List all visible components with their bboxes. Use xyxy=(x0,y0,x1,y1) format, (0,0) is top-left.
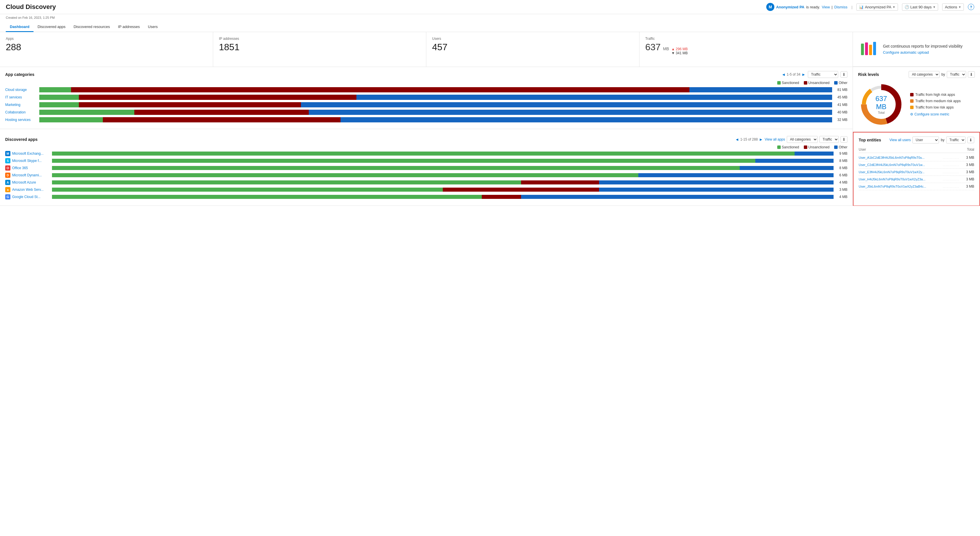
download-disc-btn[interactable]: ⬇ xyxy=(840,136,848,143)
disc-traffic-select[interactable]: Traffic xyxy=(819,136,839,143)
disc-category-select[interactable]: All categories xyxy=(787,136,818,143)
category-label[interactable]: Hosting services xyxy=(5,118,37,122)
tab-ip-addresses[interactable]: IP addresses xyxy=(114,22,144,32)
entity-type-select[interactable]: User IP address xyxy=(912,136,939,143)
traffic-upload: ▲ 296 MB xyxy=(671,47,688,51)
entity-row: User_H4iJ5kL6mN7oP8qR9sT0uV1wX2yZ3a... .… xyxy=(859,176,974,183)
category-row: IT services 45 MB xyxy=(5,95,848,100)
actions-button[interactable]: Actions ▼ xyxy=(942,3,964,11)
disc-pagination: ◄ 1-15 of 288 ► xyxy=(735,137,763,142)
view-all-apps-link[interactable]: View all apps xyxy=(765,137,785,141)
risk-category-select[interactable]: All categories xyxy=(908,71,940,78)
download-entities-btn[interactable]: ⬇ xyxy=(967,137,974,143)
entity-row: User_C2dE3fH4iJ5kL6mN7oP8qR9sT0uV1w... .… xyxy=(859,161,974,168)
disc-prev-btn[interactable]: ◄ xyxy=(735,137,739,142)
entity-name[interactable]: User_C2dE3fH4iJ5kL6mN7oP8qR9sT0uV1w... xyxy=(859,163,942,167)
risk-levels-section: Risk levels All categories by Traffic ⬇ xyxy=(853,67,980,132)
stats-row: Apps 288 IP addresses 1851 Users 457 Tra… xyxy=(0,32,853,67)
download-risk-btn[interactable]: ⬇ xyxy=(968,71,975,78)
disc-pagination-text: 1-15 of 288 xyxy=(740,137,758,141)
stat-ip-label: IP addresses xyxy=(219,36,420,41)
bar-blue xyxy=(301,102,832,107)
category-bar xyxy=(39,117,832,122)
app-name[interactable]: Microsoft Dynami... xyxy=(12,173,50,177)
stat-traffic: Traffic 637 MB ▲ 296 MB ▼ 341 MB xyxy=(640,32,853,67)
alert-icon: M xyxy=(766,3,774,11)
list-item: S Microsoft Skype f... 8 MB xyxy=(5,158,848,163)
download-categories-btn[interactable]: ⬇ xyxy=(840,71,848,78)
help-button[interactable]: ? xyxy=(968,4,974,10)
svg-rect-0 xyxy=(861,44,864,55)
disc-legend-sanctioned-dot xyxy=(777,146,781,149)
app-name[interactable]: Office 365 xyxy=(12,166,50,170)
prev-btn[interactable]: ◄ xyxy=(781,72,786,77)
entity-name[interactable]: User_J5kL6mN7oP8qR9sT0uV1wX2yZ3aB4c... xyxy=(859,185,942,188)
app-categories-section: App categories ◄ 1-5 of 34 ► Traffic Use… xyxy=(0,67,853,129)
entity-name[interactable]: User_E3fH4iJ5kL6mN7oP8qR9sT0uV1wX2y... xyxy=(859,170,942,174)
time-range-selector[interactable]: 🕐 Last 90 days ▼ xyxy=(902,3,939,11)
data-source-selector[interactable]: 📊 Anonymized PA ▼ xyxy=(856,3,898,11)
category-label[interactable]: IT services xyxy=(5,95,37,99)
app-value: 4 MB xyxy=(836,181,848,184)
promo-link[interactable]: Configure automatic upload xyxy=(883,50,929,55)
entity-value: 3 MB xyxy=(960,184,974,189)
disc-legend-unsanctioned-label: Unsanctioned xyxy=(808,145,829,149)
svg-rect-1 xyxy=(865,43,868,55)
promo-section: Get continuous reports for improved visi… xyxy=(853,32,980,67)
category-label[interactable]: Collaboration xyxy=(5,110,37,114)
disc-legend-other-dot xyxy=(834,146,838,149)
entities-table: User Total User_A1bC2dE3fH4iJ5kL6mN7oP8q… xyxy=(859,146,974,190)
risk-traffic-select[interactable]: Traffic xyxy=(947,71,966,78)
donut-chart: 637 MB Total xyxy=(858,81,904,128)
configure-score-link[interactable]: ⚙ Configure score metric xyxy=(910,112,961,116)
app-name[interactable]: Microsoft Skype f... xyxy=(12,159,50,163)
bar-blue xyxy=(340,117,832,122)
risk-levels-title: Risk levels xyxy=(858,72,879,77)
tab-dashboard[interactable]: Dashboard xyxy=(6,22,33,32)
app-value: 6 MB xyxy=(836,173,848,177)
category-sort-select[interactable]: Traffic Users IP addresses xyxy=(808,71,838,78)
entity-dots: ............ xyxy=(942,178,960,181)
entity-dots: ............ xyxy=(942,171,960,174)
category-label[interactable]: Cloud storage xyxy=(5,88,37,92)
disc-legend-sanctioned-label: Sanctioned xyxy=(782,145,799,149)
next-btn[interactable]: ► xyxy=(802,72,805,77)
discovered-apps-controls: ◄ 1-15 of 288 ► View all apps All catego… xyxy=(735,136,848,143)
app-icon: M xyxy=(5,151,10,156)
app-bar-blue xyxy=(755,159,834,163)
list-item: A Microsoft Azure 4 MB xyxy=(5,180,848,185)
disc-legend: Sanctioned Unsanctioned Other xyxy=(5,145,848,149)
app-icon: S xyxy=(5,158,10,163)
alert-name: Anonymized PA xyxy=(776,5,804,9)
app-name[interactable]: Amazon Web Serv... xyxy=(12,188,50,192)
legend-sanctioned: Sanctioned xyxy=(777,81,799,85)
tab-users[interactable]: Users xyxy=(144,22,162,32)
bar-green xyxy=(39,117,103,122)
app-bar-blue xyxy=(638,173,834,177)
app-value: 4 MB xyxy=(836,195,848,199)
tab-discovered-resources[interactable]: Discovered resources xyxy=(70,22,114,32)
nav-tabs: Dashboard Discovered apps Discovered res… xyxy=(0,19,980,32)
disc-next-btn[interactable]: ► xyxy=(759,137,763,142)
entity-name[interactable]: User_H4iJ5kL6mN7oP8qR9sT0uV1wX2yZ3a... xyxy=(859,178,942,181)
alert-view-link[interactable]: View xyxy=(822,5,830,9)
app-name[interactable]: Google Cloud St... xyxy=(12,195,50,199)
alert-dismiss-link[interactable]: Dismiss xyxy=(834,5,848,9)
legend-unsanctioned-label: Unsanctioned xyxy=(808,81,829,85)
svg-rect-3 xyxy=(873,42,876,55)
view-all-users-link[interactable]: View all users xyxy=(889,138,911,142)
risk-low-label: Traffic from low risk apps xyxy=(915,105,954,109)
app-categories-title: App categories xyxy=(5,72,34,77)
entity-traffic-select[interactable]: Traffic xyxy=(946,136,966,143)
risk-high-dot xyxy=(910,93,913,97)
tab-discovered-apps[interactable]: Discovered apps xyxy=(33,22,70,32)
app-name[interactable]: Microsoft Exchang... xyxy=(12,152,50,155)
bar-blue xyxy=(356,95,832,100)
actions-label: Actions xyxy=(945,5,957,9)
entity-name[interactable]: User_A1bC2dE3fH4iJ5kL6mN7oP8qR9sT0u... xyxy=(859,156,942,159)
category-label[interactable]: Marketing xyxy=(5,103,37,107)
app-bar-green xyxy=(52,195,482,199)
donut-label: Total xyxy=(870,111,893,114)
app-name[interactable]: Microsoft Azure xyxy=(12,181,50,184)
app-bar-green xyxy=(52,152,795,155)
